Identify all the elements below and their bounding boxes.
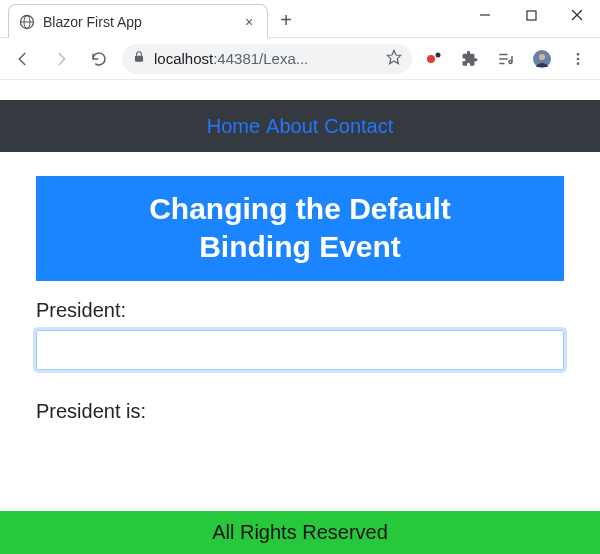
address-bar[interactable]: localhost:44381/Lexa... (122, 44, 412, 74)
svg-point-19 (577, 57, 580, 60)
president-input[interactable] (36, 330, 564, 370)
reload-button[interactable] (84, 44, 114, 74)
close-window-button[interactable] (554, 0, 600, 30)
banner-line-2: Binding Event (46, 228, 554, 266)
red-dot-icon[interactable] (420, 45, 448, 73)
close-tab-button[interactable]: × (241, 14, 257, 30)
star-icon[interactable] (386, 49, 402, 68)
site-navbar: Home About Contact (0, 100, 600, 152)
svg-point-9 (427, 55, 435, 63)
page-banner: Changing the Default Binding Event (36, 176, 564, 281)
avatar-icon[interactable] (528, 45, 556, 73)
globe-icon (19, 14, 35, 30)
president-result: President is: (36, 400, 564, 423)
svg-rect-4 (527, 11, 536, 20)
window-titlebar: Blazor First App × + (0, 0, 600, 38)
nav-link-contact[interactable]: Contact (324, 115, 393, 138)
media-list-icon[interactable] (492, 45, 520, 73)
nav-link-home[interactable]: Home (207, 115, 260, 138)
url-text: localhost:44381/Lexa... (154, 50, 378, 67)
svg-point-20 (577, 62, 580, 65)
svg-marker-8 (387, 50, 400, 63)
back-button[interactable] (8, 44, 38, 74)
new-tab-button[interactable]: + (272, 6, 300, 34)
kebab-menu-icon[interactable] (564, 45, 592, 73)
svg-point-17 (539, 54, 545, 60)
page-content: Home About Contact Changing the Default … (0, 100, 600, 423)
nav-link-about[interactable]: About (266, 115, 318, 138)
browser-toolbar: localhost:44381/Lexa... (0, 38, 600, 80)
banner-line-1: Changing the Default (46, 190, 554, 228)
svg-point-18 (577, 53, 580, 56)
main-content: Changing the Default Binding Event Presi… (0, 152, 600, 423)
minimize-button[interactable] (462, 0, 508, 30)
svg-rect-7 (135, 56, 143, 62)
footer-text: All Rights Reserved (212, 521, 388, 543)
maximize-button[interactable] (508, 0, 554, 30)
president-label: President: (36, 299, 564, 322)
puzzle-icon[interactable] (456, 45, 484, 73)
forward-button[interactable] (46, 44, 76, 74)
window-controls (462, 0, 600, 30)
svg-point-10 (436, 52, 441, 57)
site-footer: All Rights Reserved (0, 511, 600, 554)
browser-tab[interactable]: Blazor First App × (8, 4, 268, 38)
lock-icon (132, 50, 146, 67)
tab-title: Blazor First App (43, 14, 233, 30)
